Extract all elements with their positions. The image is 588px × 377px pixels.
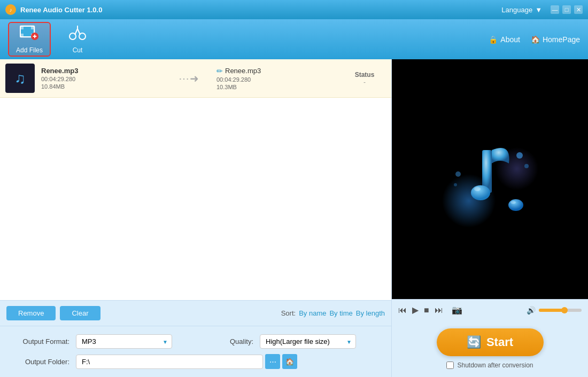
volume-icon: 🔊 (527, 306, 536, 315)
play-icon: ▶ (412, 305, 419, 315)
shutdown-row: Shutdown after conversion (446, 362, 533, 369)
volume-slider[interactable] (539, 309, 582, 312)
toolbar-left: Add Files Cut (8, 22, 99, 57)
preview-area (392, 59, 588, 299)
volume-thumb[interactable] (561, 307, 568, 313)
toolbar-right: 🔒 About 🏠 HomePage (489, 35, 580, 44)
status-label: Status (343, 71, 386, 78)
output-file-duration: 00:04:29.280 (216, 76, 337, 83)
edit-icon[interactable]: ✏ (216, 67, 223, 75)
sort-by-name-link[interactable]: By name (299, 309, 326, 317)
player-controls: ⏮ ▶ ■ ⏭ 📷 🔊 (392, 299, 588, 320)
add-files-icon (20, 25, 39, 44)
skip-back-icon: ⏮ (398, 305, 407, 315)
format-select[interactable]: MP3 AAC WAV FLAC (76, 334, 172, 349)
svg-point-23 (455, 171, 461, 177)
add-files-label: Add Files (16, 46, 43, 54)
sort-area: Sort: By name By time By length (281, 309, 385, 317)
skip-forward-button[interactable]: ⏭ (435, 305, 443, 315)
sort-by-length-link[interactable]: By length (356, 309, 385, 317)
format-row: Output Format: MP3 AAC WAV FLAC Quality:… (11, 334, 381, 349)
minimize-button[interactable]: — (551, 5, 559, 14)
svg-rect-8 (34, 35, 35, 38)
svg-point-20 (510, 201, 516, 204)
skip-back-button[interactable]: ⏮ (398, 305, 407, 315)
file-list-footer: Remove Clear Sort: By name By time By le… (0, 300, 391, 326)
folder-label: Output Folder: (11, 358, 69, 366)
svg-line-12 (78, 29, 80, 35)
quality-select-wrapper: High(Larger file size) Medium Low (260, 334, 356, 349)
toolbar: Add Files Cut 🔒 About 🏠 HomePage (0, 19, 588, 59)
camera-icon: 📷 (452, 305, 462, 315)
title-bar-left: ♪ Renee Audio Cutter 1.0.0 (5, 4, 102, 15)
language-label: Language (501, 6, 532, 14)
format-label: Output Format: (11, 337, 69, 345)
arrow-separator: ⋯➜ (168, 72, 210, 85)
svg-rect-2 (21, 27, 24, 29)
svg-point-22 (524, 164, 529, 168)
output-file-size: 10.3MB (216, 84, 337, 90)
window-controls: — □ ✕ (551, 5, 583, 14)
refresh-icon: 🔄 (467, 335, 481, 349)
svg-point-24 (454, 183, 457, 186)
start-button[interactable]: 🔄 Start (437, 328, 544, 356)
output-settings: Output Format: MP3 AAC WAV FLAC Quality:… (0, 326, 391, 377)
logo-symbol: ♪ (10, 7, 12, 13)
input-file-size: 10.84MB (41, 83, 161, 90)
sort-by-time-link[interactable]: By time (329, 309, 352, 317)
table-row: ♫ Renee.mp3 00:04:29.280 10.84MB ⋯➜ ✏ Re… (0, 59, 391, 98)
remove-button[interactable]: Remove (6, 306, 56, 320)
homepage-link[interactable]: 🏠 HomePage (531, 35, 580, 44)
cut-button[interactable]: Cut (56, 22, 99, 57)
shutdown-checkbox[interactable] (446, 362, 454, 369)
volume-fill (539, 309, 564, 312)
folder-row: Output Folder: ⋯ 🏠 (11, 354, 381, 369)
folder-input[interactable] (76, 355, 263, 369)
quality-label: Quality: (195, 337, 253, 345)
add-files-button[interactable]: Add Files (8, 22, 51, 57)
shutdown-label: Shutdown after conversion (457, 362, 533, 369)
folder-input-wrapper: ⋯ 🏠 (76, 354, 297, 369)
sort-label: Sort: (281, 309, 296, 317)
arrow-icon: ⋯➜ (179, 72, 199, 85)
language-arrow-icon: ▼ (535, 6, 542, 14)
start-label: Start (486, 335, 513, 349)
title-bar: ♪ Renee Audio Cutter 1.0.0 Language ▼ — … (0, 0, 588, 19)
input-file-info: Renee.mp3 00:04:29.280 10.84MB (41, 67, 161, 90)
quality-select[interactable]: High(Larger file size) Medium Low (260, 334, 356, 349)
home-icon: 🏠 (531, 35, 540, 44)
output-file-name: ✏ Renee.mp3 (216, 67, 337, 75)
start-area: 🔄 Start Shutdown after conversion (392, 320, 588, 377)
left-panel: ♫ Renee.mp3 00:04:29.280 10.84MB ⋯➜ ✏ Re… (0, 59, 391, 377)
stop-button[interactable]: ■ (424, 305, 429, 315)
volume-control: 🔊 (527, 306, 582, 315)
lock-icon: 🔒 (489, 35, 498, 44)
folder-browse-button[interactable]: ⋯ (265, 354, 280, 369)
input-file-duration: 00:04:29.280 (41, 76, 161, 82)
input-file-name: Renee.mp3 (41, 67, 161, 75)
about-link[interactable]: 🔒 About (489, 35, 520, 44)
folder-open-button[interactable]: 🏠 (282, 354, 297, 369)
skip-forward-icon: ⏭ (435, 305, 443, 315)
play-button[interactable]: ▶ (412, 305, 419, 315)
maximize-button[interactable]: □ (562, 5, 571, 14)
screenshot-button[interactable]: 📷 (452, 305, 462, 315)
app-logo: ♪ (5, 4, 16, 15)
language-dropdown[interactable]: Language ▼ (501, 6, 542, 14)
homepage-label: HomePage (543, 35, 580, 44)
music-visual (437, 126, 544, 233)
cut-label: Cut (73, 46, 83, 54)
file-list: ♫ Renee.mp3 00:04:29.280 10.84MB ⋯➜ ✏ Re… (0, 59, 391, 300)
output-file-info: ✏ Renee.mp3 00:04:29.280 10.3MB (216, 67, 337, 90)
svg-rect-4 (21, 34, 24, 36)
about-label: About (500, 35, 520, 44)
svg-rect-3 (31, 27, 34, 29)
svg-point-18 (474, 187, 481, 191)
status-badge: - (343, 78, 386, 86)
close-button[interactable]: ✕ (574, 5, 583, 14)
clear-button[interactable]: Clear (60, 306, 100, 320)
status-area: Status - (343, 71, 386, 86)
svg-point-19 (508, 199, 523, 211)
main-area: ♫ Renee.mp3 00:04:29.280 10.84MB ⋯➜ ✏ Re… (0, 59, 588, 377)
music-note-icon: ♫ (14, 70, 26, 87)
